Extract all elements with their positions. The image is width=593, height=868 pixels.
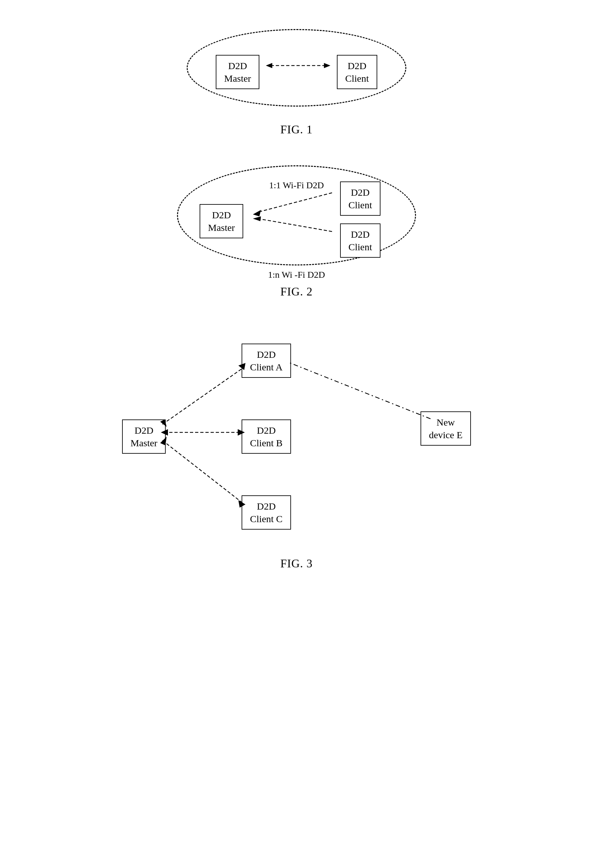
svg-line-16 (290, 363, 432, 419)
fig2-ellipse-label: 1:n Wi -Fi D2D (268, 270, 325, 280)
fig3-caption: FIG. 3 (280, 557, 313, 570)
fig2-caption: FIG. 2 (280, 285, 313, 298)
fig3-newdevE-box: Newdevice E (420, 411, 471, 446)
fig3-diagram: D2DMaster D2DClient A D2DClient B D2DCli… (103, 324, 490, 550)
fig2-client1-box: D2DClient (340, 182, 380, 216)
fig3-clientB-box: D2DClient B (242, 419, 291, 454)
figure-3-block: D2DMaster D2DClient A D2DClient B D2DCli… (19, 324, 574, 570)
fig1-diagram: D2DMaster D2DClient 1:1 Wi-Fi D2D (183, 26, 410, 116)
figure-1-block: D2DMaster D2DClient 1:1 Wi-Fi D2D FIG. 1 (19, 26, 574, 136)
fig1-ellipse-label: 1:1 Wi-Fi D2D (183, 108, 410, 120)
svg-line-7 (163, 368, 243, 424)
fig1-client-box: D2DClient (337, 55, 377, 89)
fig1-caption: FIG. 1 (280, 123, 313, 136)
fig3-clientC-box: D2DClient C (242, 495, 291, 530)
fig2-master-box: D2DMaster (200, 204, 243, 238)
fig1-master-box: D2DMaster (216, 55, 259, 89)
fig3-clientA-box: D2DClient A (242, 344, 291, 378)
svg-line-13 (163, 440, 243, 503)
fig3-master-box: D2DMaster (122, 419, 166, 454)
figure-2-block: D2DMaster D2DClient D2DClient (19, 162, 574, 298)
fig2-client2-box: D2DClient (340, 223, 380, 258)
page-container: D2DMaster D2DClient 1:1 Wi-Fi D2D FIG. 1 (0, 0, 593, 868)
fig2-diagram: D2DMaster D2DClient D2DClient (174, 162, 419, 278)
